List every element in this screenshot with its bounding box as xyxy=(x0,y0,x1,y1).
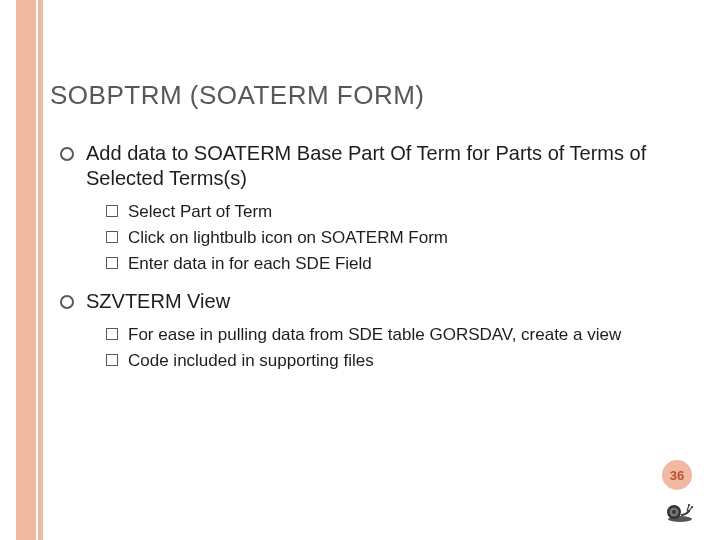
bullet-list: Add data to SOATERM Base Part Of Term fo… xyxy=(50,141,696,372)
svg-point-3 xyxy=(672,510,676,514)
accent-stripe-outer xyxy=(16,0,36,540)
slide-content: SOBPTRM (SOATERM FORM) Add data to SOATE… xyxy=(50,80,696,500)
sub-list-item: Enter data in for each SDE Field xyxy=(106,253,696,275)
slide: SOBPTRM (SOATERM FORM) Add data to SOATE… xyxy=(0,0,720,540)
sub-list-item: Select Part of Term xyxy=(106,201,696,223)
list-item-label: Add data to SOATERM Base Part Of Term fo… xyxy=(86,142,646,189)
accent-stripe-inner xyxy=(38,0,43,540)
slide-title: SOBPTRM (SOATERM FORM) xyxy=(50,80,696,111)
sub-list-item: Click on lightbulb icon on SOATERM Form xyxy=(106,227,696,249)
sub-list: Select Part of Term Click on lightbulb i… xyxy=(86,201,696,275)
sub-list-item: Code included in supporting files xyxy=(106,350,696,372)
list-item: SZVTERM View For ease in pulling data fr… xyxy=(58,289,696,372)
list-item-label: SZVTERM View xyxy=(86,290,230,312)
page-number: 36 xyxy=(662,460,692,490)
sub-list-item: For ease in pulling data from SDE table … xyxy=(106,324,696,346)
sub-list: For ease in pulling data from SDE table … xyxy=(86,324,696,372)
snail-icon xyxy=(660,497,694,523)
svg-point-6 xyxy=(688,504,690,506)
svg-point-7 xyxy=(691,506,693,508)
list-item: Add data to SOATERM Base Part Of Term fo… xyxy=(58,141,696,275)
